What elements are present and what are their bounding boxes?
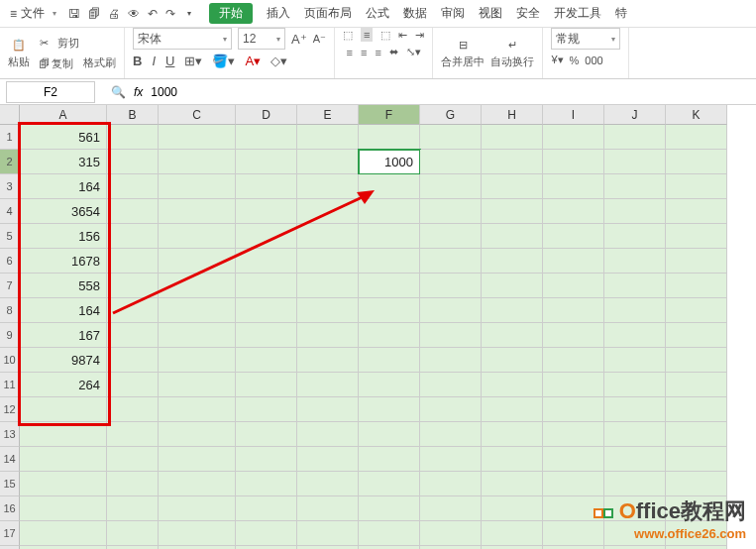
- cell-D14[interactable]: [236, 447, 297, 472]
- tab-layout[interactable]: 页面布局: [304, 5, 352, 22]
- tab-formula[interactable]: 公式: [366, 5, 389, 22]
- wrap-text-button[interactable]: ↵ 自动换行: [490, 37, 534, 69]
- cell-B16[interactable]: [107, 496, 159, 521]
- cell-F10[interactable]: [359, 348, 420, 373]
- cell-E14[interactable]: [297, 447, 359, 472]
- cell-I4[interactable]: [543, 199, 604, 224]
- percent-button[interactable]: %: [570, 55, 580, 66]
- cell-A11[interactable]: 264: [20, 373, 107, 397]
- cell-J10[interactable]: [604, 348, 666, 373]
- cell-D7[interactable]: [236, 274, 297, 298]
- cell-A12[interactable]: [20, 397, 107, 422]
- cell-G5[interactable]: [420, 224, 482, 249]
- cell-J2[interactable]: [604, 150, 666, 174]
- col-header-F[interactable]: F: [359, 105, 420, 125]
- bold-button[interactable]: B: [133, 54, 142, 68]
- cell-G12[interactable]: [420, 397, 482, 422]
- cell-F14[interactable]: [359, 447, 420, 472]
- row-header-14[interactable]: 14: [0, 447, 20, 472]
- cell-D3[interactable]: [236, 174, 297, 199]
- align-bottom-icon[interactable]: ⬚: [380, 29, 390, 42]
- cell-D13[interactable]: [236, 422, 297, 447]
- font-color-button[interactable]: A▾: [245, 54, 261, 68]
- clear-format-button[interactable]: ◇▾: [270, 54, 287, 68]
- cell-A17[interactable]: [20, 521, 107, 546]
- cell-H4[interactable]: [482, 199, 543, 224]
- cell-J9[interactable]: [604, 323, 666, 348]
- cell-J13[interactable]: [604, 422, 666, 447]
- name-box[interactable]: F2: [6, 81, 95, 103]
- cell-B17[interactable]: [107, 521, 159, 546]
- cell-J5[interactable]: [604, 224, 666, 249]
- cell-D17[interactable]: [236, 521, 297, 546]
- cell-J15[interactable]: [604, 472, 666, 496]
- cell-A3[interactable]: 164: [20, 174, 107, 199]
- cell-E17[interactable]: [297, 521, 359, 546]
- redo-icon[interactable]: ↷: [165, 7, 175, 21]
- align-right-icon[interactable]: ≡: [375, 47, 380, 58]
- cell-I2[interactable]: [543, 150, 604, 174]
- col-header-J[interactable]: J: [604, 105, 666, 125]
- align-left-icon[interactable]: ≡: [347, 47, 353, 58]
- cell-B6[interactable]: [107, 249, 159, 274]
- cell-F8[interactable]: [359, 298, 420, 323]
- cell-C4[interactable]: [159, 199, 236, 224]
- cell-E5[interactable]: [297, 224, 359, 249]
- cell-H5[interactable]: [482, 224, 543, 249]
- cell-I6[interactable]: [543, 249, 604, 274]
- col-header-K[interactable]: K: [666, 105, 727, 125]
- row-header-12[interactable]: 12: [0, 397, 20, 422]
- cell-G10[interactable]: [420, 348, 482, 373]
- cut-button[interactable]: ✂ 剪切: [36, 36, 116, 52]
- cell-C5[interactable]: [159, 224, 236, 249]
- cell-K13[interactable]: [666, 422, 727, 447]
- cell-I10[interactable]: [543, 348, 604, 373]
- cell-F6[interactable]: [359, 249, 420, 274]
- copy-button[interactable]: 🗐复制: [36, 55, 73, 71]
- cell-B10[interactable]: [107, 348, 159, 373]
- row-header-3[interactable]: 3: [0, 174, 20, 199]
- cell-K11[interactable]: [666, 373, 727, 397]
- cell-C15[interactable]: [159, 472, 236, 496]
- cell-A4[interactable]: 3654: [20, 199, 107, 224]
- cell-E1[interactable]: [297, 125, 359, 150]
- cell-D6[interactable]: [236, 249, 297, 274]
- cell-F1[interactable]: [359, 125, 420, 150]
- cell-C13[interactable]: [159, 422, 236, 447]
- cell-K4[interactable]: [666, 199, 727, 224]
- cell-D10[interactable]: [236, 348, 297, 373]
- cell-C8[interactable]: [159, 298, 236, 323]
- cell-H7[interactable]: [482, 274, 543, 298]
- col-header-E[interactable]: E: [297, 105, 359, 125]
- number-format-dropdown[interactable]: 常规▾: [551, 28, 620, 50]
- cell-I3[interactable]: [543, 174, 604, 199]
- save-as-icon[interactable]: 🗐: [88, 7, 100, 21]
- cell-C12[interactable]: [159, 397, 236, 422]
- align-top-icon[interactable]: ⬚: [343, 29, 353, 42]
- fill-color-button[interactable]: 🪣▾: [212, 54, 235, 68]
- cell-H17[interactable]: [482, 521, 543, 546]
- cell-H12[interactable]: [482, 397, 543, 422]
- cell-E10[interactable]: [297, 348, 359, 373]
- col-header-B[interactable]: B: [107, 105, 159, 125]
- cell-K9[interactable]: [666, 323, 727, 348]
- cell-J6[interactable]: [604, 249, 666, 274]
- comma-button[interactable]: 000: [585, 55, 602, 66]
- cell-A16[interactable]: [20, 496, 107, 521]
- cell-A7[interactable]: 558: [20, 274, 107, 298]
- cell-G3[interactable]: [420, 174, 482, 199]
- font-size-dropdown[interactable]: 12▾: [238, 28, 285, 50]
- format-painter-button[interactable]: 格式刷: [83, 55, 116, 70]
- row-header-11[interactable]: 11: [0, 373, 20, 397]
- cell-I13[interactable]: [543, 422, 604, 447]
- row-header-4[interactable]: 4: [0, 199, 20, 224]
- cell-K7[interactable]: [666, 274, 727, 298]
- row-header-10[interactable]: 10: [0, 348, 20, 373]
- cell-J4[interactable]: [604, 199, 666, 224]
- cell-F3[interactable]: [359, 174, 420, 199]
- cell-B12[interactable]: [107, 397, 159, 422]
- tab-extra[interactable]: 特: [615, 5, 627, 22]
- cell-G6[interactable]: [420, 249, 482, 274]
- orientation-icon[interactable]: ⤡▾: [406, 46, 421, 58]
- formula-input[interactable]: 1000: [143, 85, 756, 99]
